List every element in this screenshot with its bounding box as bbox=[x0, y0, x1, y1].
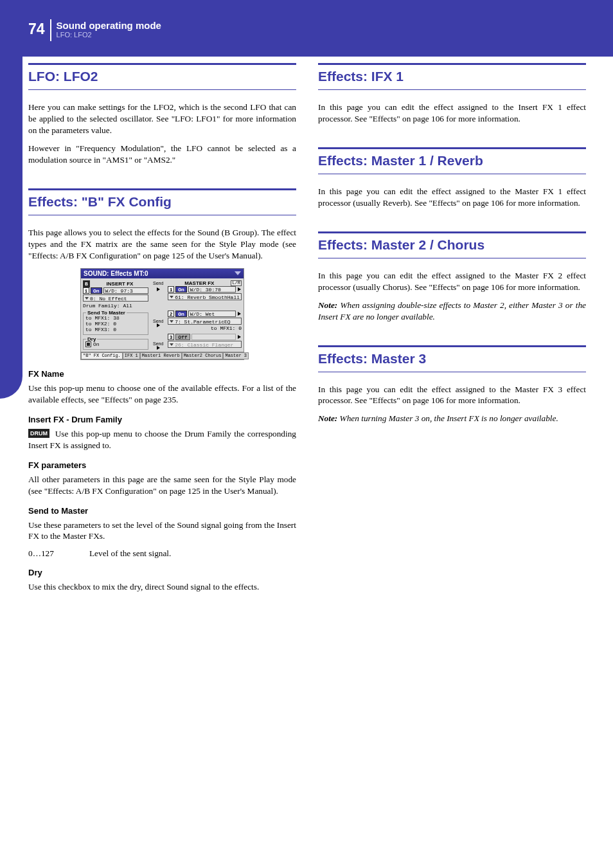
header-divider bbox=[50, 19, 51, 41]
bfx-intro: This page allows you to select the effec… bbox=[28, 227, 296, 262]
scr-m1-wd: W/D: 30:70 bbox=[188, 286, 236, 293]
fxname-heading: FX Name bbox=[28, 369, 296, 379]
scr-ins-on: On bbox=[91, 287, 102, 294]
scr-tab-bfx: "B" FX Config. bbox=[81, 352, 123, 359]
drum-badge: DRUM bbox=[28, 429, 49, 438]
send-range-key: 0…127 bbox=[28, 548, 89, 559]
master2-text: In this page you can edit the effect ass… bbox=[318, 270, 586, 293]
ifx1-text: In this page you can edit the effect ass… bbox=[318, 102, 586, 125]
scr-m1-fx: 61: Reverb SmoothHall bbox=[168, 293, 242, 300]
arrow-icon bbox=[157, 287, 160, 291]
insertfx-text: DRUM Use this pop-up menu to choose the … bbox=[28, 428, 296, 451]
right-column: Effects: IFX 1 In this page you can edit… bbox=[318, 63, 586, 599]
scr-m1-num: 1 bbox=[168, 286, 174, 293]
scr-tab-m2: Master2 Chorus bbox=[182, 352, 224, 359]
heading-master2: Effects: Master 2 / Chorus bbox=[318, 231, 586, 258]
scr-m2-on: On bbox=[175, 311, 187, 317]
scr-ins-wd: W/D: 97:3 bbox=[103, 287, 149, 294]
scr-ins-num: 1 bbox=[83, 287, 89, 294]
send-range-desc: Level of the sent signal. bbox=[89, 548, 296, 559]
fxparam-text: All other parameters in this page are th… bbox=[28, 474, 296, 497]
arrow-icon bbox=[238, 335, 241, 339]
scr-send-label-3: Send bbox=[153, 341, 163, 346]
dry-text: Use this checkbox to mix the dry, direct… bbox=[28, 581, 296, 593]
heading-bfx: Effects: "B" FX Config bbox=[28, 188, 296, 215]
page-header: 74 Sound operating mode LFO: LFO2 bbox=[0, 0, 613, 57]
fxparam-heading: FX parameters bbox=[28, 460, 296, 470]
scr-tab-m3: Master 3 bbox=[223, 352, 249, 359]
scr-m3-off: Off bbox=[175, 334, 190, 340]
scr-stm2: to MFX2: 0 bbox=[85, 321, 146, 327]
scr-m3-num: 3 bbox=[168, 334, 174, 340]
arrow-icon bbox=[238, 287, 241, 291]
content-columns: LFO: LFO2 Here you can make settings for… bbox=[28, 63, 586, 599]
heading-master1: Effects: Master 1 / Reverb bbox=[318, 147, 586, 174]
page-corner-decoration bbox=[0, 0, 22, 399]
scr-m1-on: On bbox=[175, 286, 187, 293]
scr-ins-fx: 0: No Effect bbox=[83, 294, 148, 302]
scr-send-label-2: Send bbox=[153, 319, 163, 323]
heading-ifx1: Effects: IFX 1 bbox=[318, 63, 586, 90]
heading-lfo2: LFO: LFO2 bbox=[28, 63, 296, 90]
header-section-title: LFO: LFO2 bbox=[57, 31, 161, 39]
scr-lr: L/R bbox=[231, 280, 242, 286]
scr-dry-check bbox=[85, 341, 91, 347]
scr-drum-family: Drum Family: All bbox=[83, 303, 148, 309]
master3-note: Note: When turning Master 3 on, the Inse… bbox=[318, 413, 586, 424]
scr-stm-legend: Send To Master bbox=[86, 310, 127, 316]
master3-text: In this page you can edit the effect ass… bbox=[318, 384, 586, 407]
arrow-icon bbox=[157, 346, 160, 350]
arrow-icon bbox=[157, 323, 160, 327]
scr-to-mfx1: to MFX1: 0 bbox=[168, 325, 242, 331]
scr-title-text: SOUND: Effects MT:0 bbox=[84, 270, 148, 277]
arrow-icon bbox=[238, 312, 241, 316]
scr-dry-on: On bbox=[93, 341, 100, 347]
master2-note: Note: When assigning double-size effects… bbox=[318, 300, 586, 323]
lfo2-paragraph-1: Here you can make settings for the LFO2,… bbox=[28, 102, 296, 136]
scr-send-label-1: Send bbox=[153, 281, 163, 285]
scr-menu-icon bbox=[235, 271, 241, 275]
scr-m3-fx: 26: Classic Flanger bbox=[168, 341, 242, 348]
master1-text: In this page you can edit the effect ass… bbox=[318, 186, 586, 209]
scr-insert-label: INSERT FX bbox=[91, 281, 148, 287]
page-number: 74 bbox=[28, 21, 50, 37]
scr-stm3: to MFX3: 0 bbox=[85, 327, 146, 332]
insertfx-heading: Insert FX - Drum Family bbox=[28, 415, 296, 424]
scr-stm1: to MFX1: 38 bbox=[85, 315, 146, 321]
left-column: LFO: LFO2 Here you can make settings for… bbox=[28, 63, 296, 599]
sendmaster-heading: Send to Master bbox=[28, 506, 296, 516]
header-chapter-title: Sound operating mode bbox=[57, 21, 161, 32]
lfo2-paragraph-2: However in "Frequency Modulation", the L… bbox=[28, 143, 296, 166]
scr-master-label: MASTER FX bbox=[168, 280, 231, 286]
scr-tab-m1: Master1 Reverb bbox=[140, 352, 182, 359]
scr-m2-num: 2 bbox=[168, 311, 174, 317]
dry-heading: Dry bbox=[28, 568, 296, 577]
sendmaster-text: Use these parameters to set the level of… bbox=[28, 520, 296, 543]
fx-config-screenshot: SOUND: Effects MT:0 B INSERT FX 1 On bbox=[80, 268, 244, 360]
heading-master3: Effects: Master 3 bbox=[318, 345, 586, 372]
scr-tabs: "B" FX Config. IFX 1 Master1 Reverb Mast… bbox=[81, 352, 244, 359]
send-range-row: 0…127 Level of the sent signal. bbox=[28, 548, 296, 559]
fxname-text: Use this pop-up menu to choose one of th… bbox=[28, 383, 296, 406]
scr-tab-ifx1: IFX 1 bbox=[123, 352, 140, 359]
scr-m2-fx: 7: St.ParametricEQ bbox=[168, 318, 242, 325]
scr-m2-wd: W/D: Wet bbox=[188, 311, 236, 317]
